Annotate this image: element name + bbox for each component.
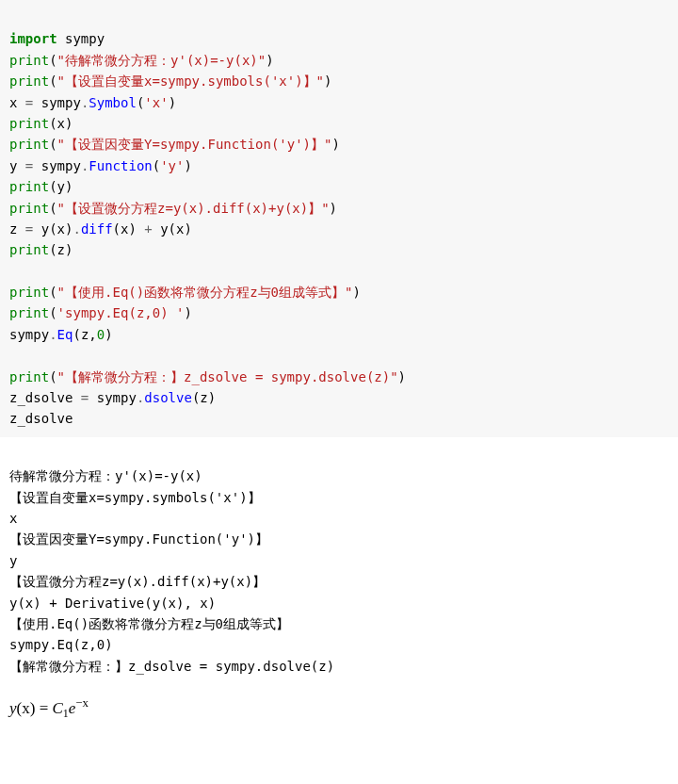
output-line: sympy.Eq(z,0) <box>9 637 121 652</box>
print-call: print <box>9 116 49 131</box>
string-literal: "待解常微分方程：y'(x)=-y(x)" <box>57 53 266 68</box>
math-paren-x: (x) <box>17 699 36 717</box>
output-line: 【使用.Eq()函数将常微分方程z与0组成等式】 <box>9 616 289 631</box>
output-line: 【设置微分方程z=y(x).diff(x)+y(x)】 <box>9 574 266 589</box>
print-call: print <box>9 242 49 257</box>
diff-call: diff <box>81 221 113 237</box>
code-line: print(z) <box>9 242 73 257</box>
code-line: print(y) <box>9 179 73 194</box>
import-keyword: import <box>9 31 57 46</box>
code-cell: import sympy print("待解常微分方程：y'(x)=-y(x)"… <box>0 0 678 437</box>
code-line: print('sympy.Eq(z,0) ') <box>9 305 192 320</box>
output-line: 【设置自变量x=sympy.symbols('x')】 <box>9 490 261 505</box>
math-eq: = <box>35 699 52 717</box>
code-line: sympy.Eq(z,0) <box>9 327 113 342</box>
dsolve-call: dsolve <box>144 390 192 405</box>
code-line: x = sympy.Symbol('x') <box>9 95 176 110</box>
output-line: x <box>9 511 17 526</box>
string-literal: 'sympy.Eq(z,0) ' <box>57 305 185 320</box>
print-call: print <box>9 179 49 194</box>
code-line: print("【解常微分方程：】z_dsolve = sympy.dsolve(… <box>9 369 406 384</box>
math-output: y(x) = C1e−x <box>0 684 678 728</box>
string-literal: "【设置自变量x=sympy.symbols('x')】" <box>57 74 324 89</box>
print-call: print <box>9 74 49 89</box>
code-line: z = y(x).diff(x) + y(x) <box>9 221 192 237</box>
output-line: y <box>9 553 17 568</box>
code-line: y = sympy.Function('y') <box>9 158 192 173</box>
output-line: 【解常微分方程：】z_dsolve = sympy.dsolve(z) <box>9 659 334 674</box>
output-cell: 待解常微分方程：y'(x)=-y(x) 【设置自变量x=sympy.symbol… <box>0 437 678 684</box>
code-line: print("【设置自变量x=sympy.symbols('x')】") <box>9 74 331 89</box>
output-line: 待解常微分方程：y'(x)=-y(x) <box>9 468 202 483</box>
string-literal: "【解常微分方程：】z_dsolve = sympy.dsolve(z)" <box>57 369 398 384</box>
eq-call: Eq <box>57 327 73 342</box>
print-call: print <box>9 369 49 384</box>
math-exp: −x <box>75 696 89 710</box>
module-name: sympy <box>57 31 105 46</box>
function-call: Function <box>89 158 152 173</box>
code-line: print("待解常微分方程：y'(x)=-y(x)") <box>9 53 274 68</box>
code-line: print(x) <box>9 116 73 131</box>
string-literal: "【使用.Eq()函数将常微分方程z与0组成等式】" <box>57 285 353 300</box>
code-line: print("【设置微分方程z=y(x).diff(x)+y(x)】") <box>9 201 337 216</box>
code-line: import sympy <box>9 31 105 46</box>
string-literal: "【设置因变量Y=sympy.Function('y')】" <box>57 137 332 152</box>
code-line: print("【使用.Eq()函数将常微分方程z与0组成等式】") <box>9 285 361 300</box>
print-call: print <box>9 305 49 320</box>
math-y: y <box>9 699 17 717</box>
math-C: C <box>52 699 62 717</box>
print-call: print <box>9 137 49 152</box>
output-line: y(x) + Derivative(y(x), x) <box>9 596 216 611</box>
output-line: 【设置因变量Y=sympy.Function('y')】 <box>9 531 268 547</box>
code-line: z_dsolve <box>9 411 73 426</box>
code-line: z_dsolve = sympy.dsolve(z) <box>9 390 216 405</box>
print-call: print <box>9 285 49 300</box>
code-line: print("【设置因变量Y=sympy.Function('y')】") <box>9 137 340 152</box>
print-call: print <box>9 53 49 68</box>
symbol-call: Symbol <box>89 95 137 110</box>
print-call: print <box>9 201 49 216</box>
string-literal: "【设置微分方程z=y(x).diff(x)+y(x)】" <box>57 201 330 216</box>
